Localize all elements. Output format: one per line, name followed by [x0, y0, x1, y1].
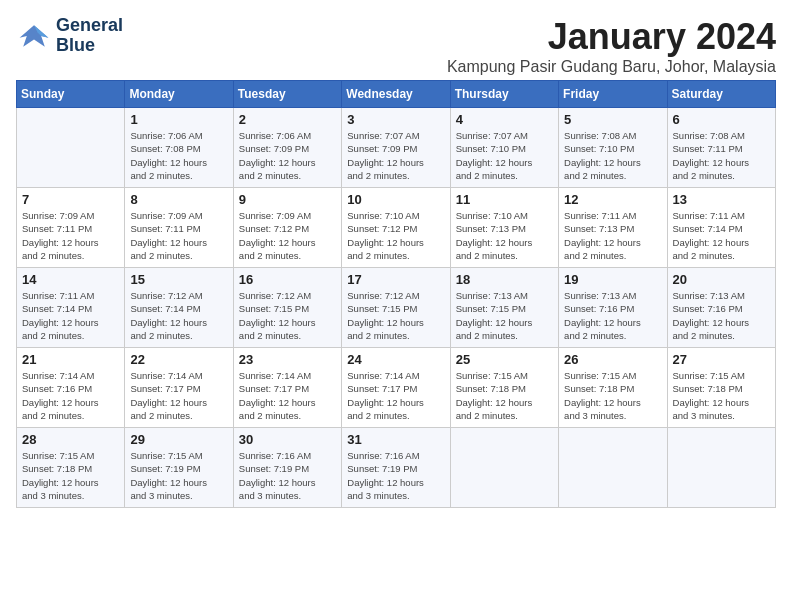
calendar-cell: [450, 428, 558, 508]
day-info: Sunrise: 7:09 AM Sunset: 7:11 PM Dayligh…: [22, 209, 119, 262]
calendar-cell: 15Sunrise: 7:12 AM Sunset: 7:14 PM Dayli…: [125, 268, 233, 348]
weekday-header: Friday: [559, 81, 667, 108]
day-number: 4: [456, 112, 553, 127]
calendar-cell: 29Sunrise: 7:15 AM Sunset: 7:19 PM Dayli…: [125, 428, 233, 508]
calendar-cell: 12Sunrise: 7:11 AM Sunset: 7:13 PM Dayli…: [559, 188, 667, 268]
day-number: 1: [130, 112, 227, 127]
calendar-week-row: 7Sunrise: 7:09 AM Sunset: 7:11 PM Daylig…: [17, 188, 776, 268]
day-info: Sunrise: 7:14 AM Sunset: 7:17 PM Dayligh…: [347, 369, 444, 422]
weekday-header: Wednesday: [342, 81, 450, 108]
day-info: Sunrise: 7:13 AM Sunset: 7:15 PM Dayligh…: [456, 289, 553, 342]
day-number: 19: [564, 272, 661, 287]
logo: General Blue: [16, 16, 123, 56]
logo-icon: [16, 18, 52, 54]
calendar-cell: 9Sunrise: 7:09 AM Sunset: 7:12 PM Daylig…: [233, 188, 341, 268]
day-number: 12: [564, 192, 661, 207]
day-info: Sunrise: 7:12 AM Sunset: 7:15 PM Dayligh…: [347, 289, 444, 342]
calendar-cell: 11Sunrise: 7:10 AM Sunset: 7:13 PM Dayli…: [450, 188, 558, 268]
day-number: 11: [456, 192, 553, 207]
day-info: Sunrise: 7:13 AM Sunset: 7:16 PM Dayligh…: [564, 289, 661, 342]
calendar-cell: 22Sunrise: 7:14 AM Sunset: 7:17 PM Dayli…: [125, 348, 233, 428]
calendar-cell: 3Sunrise: 7:07 AM Sunset: 7:09 PM Daylig…: [342, 108, 450, 188]
day-number: 14: [22, 272, 119, 287]
day-number: 22: [130, 352, 227, 367]
day-info: Sunrise: 7:10 AM Sunset: 7:13 PM Dayligh…: [456, 209, 553, 262]
calendar-cell: 1Sunrise: 7:06 AM Sunset: 7:08 PM Daylig…: [125, 108, 233, 188]
calendar-cell: 31Sunrise: 7:16 AM Sunset: 7:19 PM Dayli…: [342, 428, 450, 508]
calendar-cell: 16Sunrise: 7:12 AM Sunset: 7:15 PM Dayli…: [233, 268, 341, 348]
calendar-cell: 27Sunrise: 7:15 AM Sunset: 7:18 PM Dayli…: [667, 348, 775, 428]
calendar-cell: 21Sunrise: 7:14 AM Sunset: 7:16 PM Dayli…: [17, 348, 125, 428]
logo-line2: Blue: [56, 36, 123, 56]
calendar-week-row: 28Sunrise: 7:15 AM Sunset: 7:18 PM Dayli…: [17, 428, 776, 508]
calendar-cell: 20Sunrise: 7:13 AM Sunset: 7:16 PM Dayli…: [667, 268, 775, 348]
day-number: 6: [673, 112, 770, 127]
day-info: Sunrise: 7:15 AM Sunset: 7:18 PM Dayligh…: [22, 449, 119, 502]
day-number: 25: [456, 352, 553, 367]
day-info: Sunrise: 7:12 AM Sunset: 7:14 PM Dayligh…: [130, 289, 227, 342]
calendar-cell: 13Sunrise: 7:11 AM Sunset: 7:14 PM Dayli…: [667, 188, 775, 268]
calendar-cell: 26Sunrise: 7:15 AM Sunset: 7:18 PM Dayli…: [559, 348, 667, 428]
day-number: 8: [130, 192, 227, 207]
day-info: Sunrise: 7:14 AM Sunset: 7:17 PM Dayligh…: [130, 369, 227, 422]
day-info: Sunrise: 7:15 AM Sunset: 7:18 PM Dayligh…: [456, 369, 553, 422]
calendar-table: SundayMondayTuesdayWednesdayThursdayFrid…: [16, 80, 776, 508]
calendar-cell: 14Sunrise: 7:11 AM Sunset: 7:14 PM Dayli…: [17, 268, 125, 348]
logo-line1: General: [56, 16, 123, 36]
calendar-cell: 4Sunrise: 7:07 AM Sunset: 7:10 PM Daylig…: [450, 108, 558, 188]
title-block: January 2024 Kampung Pasir Gudang Baru, …: [447, 16, 776, 76]
calendar-cell: 6Sunrise: 7:08 AM Sunset: 7:11 PM Daylig…: [667, 108, 775, 188]
day-number: 28: [22, 432, 119, 447]
day-number: 9: [239, 192, 336, 207]
day-number: 7: [22, 192, 119, 207]
day-number: 5: [564, 112, 661, 127]
calendar-cell: 25Sunrise: 7:15 AM Sunset: 7:18 PM Dayli…: [450, 348, 558, 428]
weekday-header: Monday: [125, 81, 233, 108]
calendar-cell: 5Sunrise: 7:08 AM Sunset: 7:10 PM Daylig…: [559, 108, 667, 188]
calendar-subtitle: Kampung Pasir Gudang Baru, Johor, Malays…: [447, 58, 776, 76]
day-number: 2: [239, 112, 336, 127]
day-info: Sunrise: 7:11 AM Sunset: 7:13 PM Dayligh…: [564, 209, 661, 262]
day-number: 23: [239, 352, 336, 367]
calendar-cell: [559, 428, 667, 508]
day-info: Sunrise: 7:10 AM Sunset: 7:12 PM Dayligh…: [347, 209, 444, 262]
day-info: Sunrise: 7:13 AM Sunset: 7:16 PM Dayligh…: [673, 289, 770, 342]
calendar-week-row: 1Sunrise: 7:06 AM Sunset: 7:08 PM Daylig…: [17, 108, 776, 188]
calendar-cell: 2Sunrise: 7:06 AM Sunset: 7:09 PM Daylig…: [233, 108, 341, 188]
calendar-cell: 18Sunrise: 7:13 AM Sunset: 7:15 PM Dayli…: [450, 268, 558, 348]
calendar-cell: 28Sunrise: 7:15 AM Sunset: 7:18 PM Dayli…: [17, 428, 125, 508]
day-info: Sunrise: 7:11 AM Sunset: 7:14 PM Dayligh…: [673, 209, 770, 262]
weekday-header: Thursday: [450, 81, 558, 108]
calendar-cell: [667, 428, 775, 508]
calendar-cell: 7Sunrise: 7:09 AM Sunset: 7:11 PM Daylig…: [17, 188, 125, 268]
day-info: Sunrise: 7:15 AM Sunset: 7:19 PM Dayligh…: [130, 449, 227, 502]
calendar-body: 1Sunrise: 7:06 AM Sunset: 7:08 PM Daylig…: [17, 108, 776, 508]
day-info: Sunrise: 7:16 AM Sunset: 7:19 PM Dayligh…: [347, 449, 444, 502]
day-number: 3: [347, 112, 444, 127]
day-number: 16: [239, 272, 336, 287]
calendar-cell: [17, 108, 125, 188]
calendar-cell: 23Sunrise: 7:14 AM Sunset: 7:17 PM Dayli…: [233, 348, 341, 428]
calendar-cell: 8Sunrise: 7:09 AM Sunset: 7:11 PM Daylig…: [125, 188, 233, 268]
day-info: Sunrise: 7:16 AM Sunset: 7:19 PM Dayligh…: [239, 449, 336, 502]
day-info: Sunrise: 7:07 AM Sunset: 7:10 PM Dayligh…: [456, 129, 553, 182]
day-number: 13: [673, 192, 770, 207]
day-info: Sunrise: 7:12 AM Sunset: 7:15 PM Dayligh…: [239, 289, 336, 342]
day-info: Sunrise: 7:08 AM Sunset: 7:11 PM Dayligh…: [673, 129, 770, 182]
weekday-header: Tuesday: [233, 81, 341, 108]
day-info: Sunrise: 7:06 AM Sunset: 7:08 PM Dayligh…: [130, 129, 227, 182]
day-number: 27: [673, 352, 770, 367]
day-number: 10: [347, 192, 444, 207]
calendar-cell: 30Sunrise: 7:16 AM Sunset: 7:19 PM Dayli…: [233, 428, 341, 508]
day-info: Sunrise: 7:09 AM Sunset: 7:12 PM Dayligh…: [239, 209, 336, 262]
calendar-cell: 17Sunrise: 7:12 AM Sunset: 7:15 PM Dayli…: [342, 268, 450, 348]
weekday-header: Saturday: [667, 81, 775, 108]
day-info: Sunrise: 7:15 AM Sunset: 7:18 PM Dayligh…: [564, 369, 661, 422]
day-number: 30: [239, 432, 336, 447]
day-info: Sunrise: 7:06 AM Sunset: 7:09 PM Dayligh…: [239, 129, 336, 182]
day-info: Sunrise: 7:08 AM Sunset: 7:10 PM Dayligh…: [564, 129, 661, 182]
day-info: Sunrise: 7:11 AM Sunset: 7:14 PM Dayligh…: [22, 289, 119, 342]
day-number: 31: [347, 432, 444, 447]
day-number: 15: [130, 272, 227, 287]
day-number: 26: [564, 352, 661, 367]
